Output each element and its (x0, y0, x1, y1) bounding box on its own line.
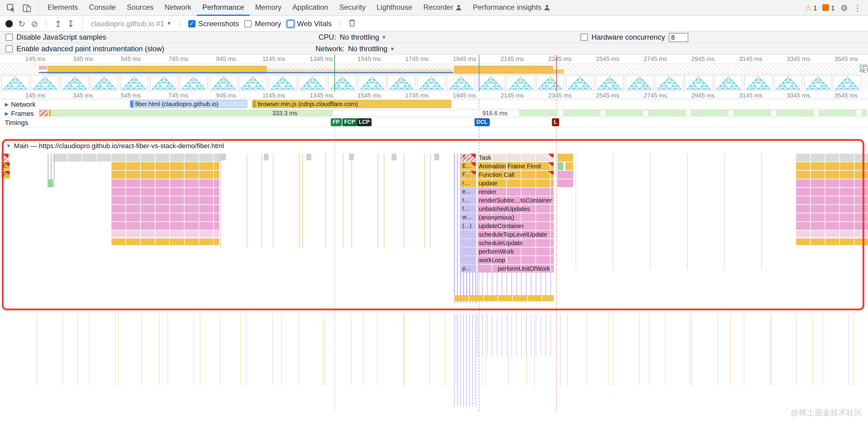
flame-bar-truncated[interactable]: T… (461, 154, 476, 162)
screenshot-thumbnail[interactable] (447, 75, 475, 91)
memory-checkbox[interactable] (245, 20, 252, 27)
screenshot-thumbnail[interactable] (744, 75, 772, 91)
screenshot-thumbnail[interactable] (714, 75, 743, 91)
advanced-paint-checkbox[interactable] (5, 45, 13, 52)
warnings-badge[interactable]: ⚠ 1 (805, 4, 817, 11)
tab-lighthouse[interactable]: Lighthouse (371, 0, 417, 16)
screenshot-thumbnail[interactable] (506, 75, 534, 91)
hardware-concurrency-input[interactable] (669, 33, 688, 42)
screenshot-thumbnail[interactable] (31, 75, 59, 91)
screenshots-toggle[interactable]: Screenshots (188, 19, 239, 28)
hardware-concurrency-checkbox[interactable] (581, 33, 588, 41)
flame-bar-truncated[interactable]: p… (461, 265, 476, 273)
web-vitals-toggle[interactable]: Web Vitals (287, 19, 332, 28)
screenshot-thumbnail[interactable] (417, 75, 445, 91)
profile-history-select[interactable]: claudiopro.github.io #1 ▼ (91, 19, 172, 28)
tab-sources[interactable]: Sources (121, 0, 159, 16)
flame-bar--anonymous-[interactable]: (anonymous) (477, 214, 554, 221)
flame-bar-truncated[interactable]: w… (461, 214, 476, 221)
flame-bar-truncated[interactable]: t… (461, 205, 476, 213)
network-request-browser-min-js[interactable]: browser.min.js (cdnjs.cloudflare.com) (252, 100, 452, 108)
screenshot-thumbnail[interactable] (536, 75, 564, 91)
tab-application[interactable]: Application (287, 0, 334, 16)
screenshot-thumbnail[interactable] (150, 75, 178, 91)
tab-performance-insights[interactable]: Performance insights (467, 0, 556, 16)
timing-marker-dcl[interactable]: DCL (474, 118, 490, 126)
tab-recorder[interactable]: Recorder (418, 0, 467, 16)
screenshot-thumbnail[interactable] (1, 75, 29, 91)
cpu-throttling-select[interactable]: No throttling ▼ (340, 33, 386, 41)
inspect-element-icon[interactable] (4, 1, 18, 14)
flame-bar-truncated[interactable] (461, 248, 476, 255)
flame-bar-truncated[interactable] (461, 239, 476, 247)
device-toolbar-icon[interactable] (20, 1, 34, 14)
tab-security[interactable]: Security (334, 0, 371, 16)
flame-bar-render[interactable]: render (477, 188, 554, 196)
screenshot-thumbnail[interactable] (120, 75, 148, 91)
screenshot-thumbnail[interactable] (388, 75, 416, 91)
frames-track-label[interactable]: ▶ Frames (5, 110, 34, 117)
screenshot-thumbnail[interactable] (596, 75, 624, 91)
flame-bar-function-call[interactable]: Function Call (477, 171, 554, 179)
flame-bar-unbatchedupdates[interactable]: unbatchedUpdates (477, 205, 554, 213)
flame-bar-updatecontainer[interactable]: updateContainer (477, 222, 554, 230)
frames-sequence[interactable] (520, 110, 867, 116)
timing-marker-lcp[interactable]: LCP (357, 118, 372, 126)
screenshot-thumbnail[interactable] (655, 75, 683, 91)
flame-bar-truncated[interactable]: r… (461, 179, 476, 187)
screenshot-thumbnail[interactable] (774, 75, 802, 91)
timeline-overview[interactable]: 145 ms345 ms545 ms745 ms945 ms1145 ms134… (0, 55, 868, 91)
flame-bar-truncated[interactable]: t… (461, 196, 476, 204)
dropped-frame[interactable] (39, 110, 48, 116)
flame-bar-scheduleupdate[interactable]: scheduleUpdate (477, 239, 554, 247)
tab-elements[interactable]: Elements (42, 0, 84, 16)
screenshot-thumbnail[interactable] (328, 75, 356, 91)
network-track-label[interactable]: ▶ Network (5, 101, 36, 108)
screenshot-thumbnail[interactable] (566, 75, 594, 91)
main-track-header[interactable]: ▼ Main — https://claudiopro.github.io/re… (6, 142, 224, 149)
network-throttling-select[interactable]: No throttling ▼ (348, 45, 395, 53)
memory-toggle[interactable]: Memory (245, 19, 281, 28)
screenshot-thumbnail[interactable] (269, 75, 297, 91)
screenshots-checkbox[interactable] (188, 20, 195, 27)
timings-track-label[interactable]: Timings (5, 119, 28, 126)
flame-bar-update[interactable]: update (477, 179, 554, 187)
flame-bar-truncated[interactable]: F… (461, 171, 476, 179)
flame-bar-truncated[interactable]: e… (461, 188, 476, 196)
timing-marker-l[interactable]: L (552, 118, 559, 126)
flame-bar-performwork[interactable]: performWork (477, 248, 554, 255)
flame-bar-truncated[interactable] (461, 230, 476, 238)
screenshot-thumbnail[interactable] (209, 75, 237, 91)
disable-js-samples-checkbox[interactable] (5, 33, 13, 41)
issues-badge[interactable]: 1 (823, 4, 835, 11)
settings-gear-icon[interactable]: ⚙ (840, 3, 848, 12)
screenshot-thumbnail[interactable] (834, 75, 862, 91)
cpu-activity-overview[interactable]: CPU NET (0, 63, 868, 75)
clear-button[interactable]: ⊘ (31, 19, 38, 28)
screenshot-thumbnail[interactable] (299, 75, 327, 91)
flame-bar-rendersubtre-tocontainer[interactable]: renderSubtre…toContainer (477, 196, 554, 204)
flame-bar-performunitofwork[interactable]: performUnitOfWork (477, 265, 554, 273)
tab-network[interactable]: Network (159, 0, 197, 16)
tab-console[interactable]: Console (84, 0, 121, 16)
flame-bar-workloop[interactable]: workLoop (477, 256, 554, 264)
screenshot-thumbnail[interactable] (180, 75, 208, 91)
tab-performance[interactable]: Performance (197, 0, 249, 16)
screenshot-thumbnail[interactable] (685, 75, 713, 91)
load-profile-button[interactable]: ↥ (55, 19, 62, 28)
reload-and-record-button[interactable]: ↻ (18, 19, 25, 28)
garbage-collect-icon[interactable] (348, 19, 355, 28)
screenshot-thumbnail[interactable] (358, 75, 386, 91)
flame-bar-truncated[interactable]: (…) (461, 222, 476, 230)
screenshot-thumbnail[interactable] (90, 75, 119, 91)
screenshot-thumbnail[interactable] (804, 75, 832, 91)
save-profile-button[interactable]: ↧ (67, 19, 74, 28)
more-options-icon[interactable]: ⋮ (854, 3, 862, 12)
screenshot-thumbnail[interactable] (239, 75, 267, 91)
flame-bar-truncated[interactable] (461, 256, 476, 264)
flame-bar-task[interactable]: Task (477, 154, 554, 162)
screenshot-thumbnail[interactable] (477, 75, 505, 91)
tab-memory[interactable]: Memory (250, 0, 287, 16)
flame-bar-animation-frame-fired[interactable]: Animation Frame Fired (477, 162, 554, 170)
web-vitals-checkbox[interactable] (287, 20, 294, 27)
